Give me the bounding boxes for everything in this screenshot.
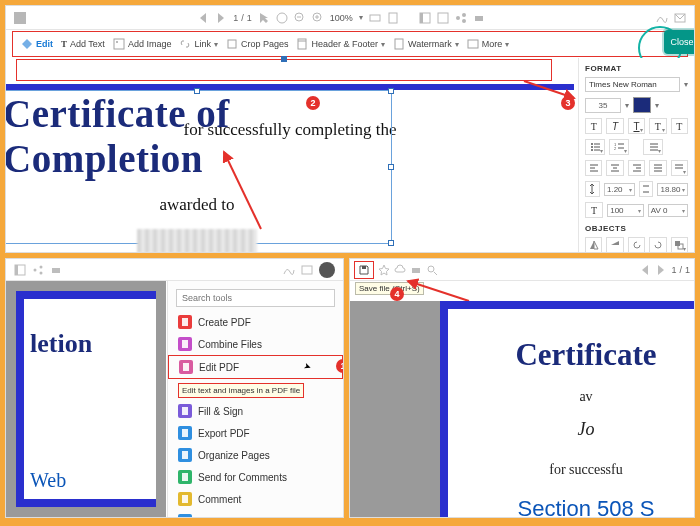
tool-item-fill-sign[interactable]: Fill & Sign [168, 400, 343, 422]
crop-pages-button[interactable]: Crop Pages [226, 38, 289, 50]
print-icon[interactable] [50, 264, 62, 276]
avatar[interactable] [319, 262, 335, 278]
edit-pdf-tooltip: Edit text and images in a PDF file [178, 383, 304, 398]
underline-button[interactable]: T [628, 118, 645, 134]
home-icon[interactable] [14, 12, 26, 24]
pdf-page-p3[interactable]: Certificate av Jo for successfu Section … [440, 301, 694, 517]
zoom-in-icon[interactable] [312, 12, 324, 24]
text-color-button[interactable]: T [649, 118, 666, 134]
edit-button[interactable]: Edit [21, 38, 53, 50]
rotate-cw-button[interactable] [649, 237, 666, 253]
awarded-to-text[interactable]: awarded to [5, 195, 391, 215]
mail-icon[interactable] [674, 12, 686, 24]
share-icon[interactable] [32, 264, 44, 276]
handle-nw[interactable] [5, 88, 6, 94]
prev-page-icon[interactable] [639, 264, 651, 276]
font-size-select[interactable]: 35 [585, 98, 621, 113]
tool-item-export-pdf[interactable]: Export PDF [168, 422, 343, 444]
handle-e[interactable] [388, 164, 394, 170]
save-button[interactable]: Save file (Ctrl+S) [354, 261, 374, 279]
sign-icon[interactable] [283, 264, 295, 276]
svg-marker-63 [594, 241, 598, 249]
search-tools-input[interactable] [176, 289, 335, 307]
align-left-button[interactable] [585, 160, 602, 176]
tool-icon [178, 492, 192, 506]
pdf-page[interactable]: 2 Certificate of Completion awarded to f… [6, 90, 574, 252]
fitwidth-icon[interactable] [369, 12, 381, 24]
section-text-p3: Section 508 S [478, 496, 694, 518]
readmode-icon[interactable] [437, 12, 449, 24]
star-icon[interactable] [378, 264, 390, 276]
tool-item-send-for-comments[interactable]: Send for Comments [168, 466, 343, 488]
hand-icon[interactable] [276, 12, 288, 24]
italic-button[interactable]: T [606, 118, 623, 134]
panel-icon[interactable] [14, 264, 26, 276]
next-page-icon[interactable] [215, 12, 227, 24]
panel-left-icon[interactable] [419, 12, 431, 24]
certificate-title[interactable]: Certificate of Completion [5, 91, 391, 181]
awarded-p3: av [478, 389, 694, 405]
add-image-button[interactable]: Add Image [113, 38, 172, 50]
recipient-name-redacted [137, 229, 257, 253]
handle-n[interactable] [194, 88, 200, 94]
handle-sw[interactable] [5, 240, 6, 246]
sign-icon[interactable] [656, 12, 668, 24]
align-more-button[interactable] [671, 160, 688, 176]
color-swatch[interactable] [633, 97, 651, 113]
zoom-percent[interactable]: 100% [330, 13, 353, 23]
handle-se[interactable] [388, 240, 394, 246]
align-right-button[interactable] [628, 160, 645, 176]
callout-marker-1: 1 [336, 359, 344, 373]
save-icon [358, 264, 370, 276]
bold-button[interactable]: T [585, 118, 602, 134]
rotate-ccw-button[interactable] [628, 237, 645, 253]
arrange-button[interactable] [671, 237, 688, 253]
highlight-button[interactable]: T [671, 118, 688, 134]
tool-item-scan-ocr[interactable]: Scan & OCR [168, 510, 343, 518]
text-selection-box[interactable]: Certificate of Completion awarded to [5, 90, 392, 244]
print-icon[interactable] [410, 264, 422, 276]
fitpage-icon[interactable] [387, 12, 399, 24]
tool-item-edit-pdf[interactable]: Edit PDF1➤ [168, 355, 343, 379]
pointer-icon[interactable] [258, 12, 270, 24]
share-icon[interactable] [455, 12, 467, 24]
font-family-select[interactable]: Times New Roman [585, 77, 680, 92]
align-center-button[interactable] [606, 160, 623, 176]
handle-ne[interactable] [388, 88, 394, 94]
flip-h-button[interactable] [585, 237, 602, 253]
pdf-page-p2[interactable]: letion Web [16, 291, 156, 507]
watermark-button[interactable]: Watermark▾ [393, 38, 459, 50]
align-justify-button[interactable] [649, 160, 666, 176]
tool-item-organize-pages[interactable]: Organize Pages [168, 444, 343, 466]
more-button[interactable]: More▾ [467, 38, 510, 50]
hscale-input[interactable]: 100▾ [607, 204, 644, 217]
svg-rect-74 [52, 268, 60, 273]
cloud-icon[interactable] [394, 264, 406, 276]
kerning-input[interactable]: AV 0▾ [648, 204, 688, 217]
tool-item-create-pdf[interactable]: Create PDF [168, 311, 343, 333]
next-page-icon[interactable] [655, 264, 667, 276]
toolbar-p3: Save file (Ctrl+S) 1/1 [350, 259, 694, 281]
number-list-button[interactable]: 12 [609, 139, 629, 155]
close-editing-button[interactable]: Close [664, 30, 695, 54]
rotate-handle[interactable] [281, 56, 287, 62]
tool-item-combine-files[interactable]: Combine Files [168, 333, 343, 355]
line-spacing-button[interactable] [643, 139, 663, 155]
tool-item-comment[interactable]: Comment [168, 488, 343, 510]
zoom-out-icon[interactable] [294, 12, 306, 24]
flip-v-button[interactable] [606, 237, 623, 253]
svg-point-89 [428, 266, 434, 272]
search-icon[interactable] [426, 264, 438, 276]
zoom-chevron-icon[interactable]: ▾ [359, 13, 363, 22]
link-button[interactable]: Link▾ [179, 38, 218, 50]
header-footer-button[interactable]: Header & Footer▾ [296, 38, 385, 50]
prev-page-icon[interactable] [197, 12, 209, 24]
tool-label: Combine Files [198, 339, 262, 350]
char-spacing-input[interactable]: 1.20▾ [604, 183, 635, 196]
mail-icon[interactable] [301, 264, 313, 276]
line-height-input[interactable]: 18.80▾ [657, 183, 688, 196]
print-icon[interactable] [473, 12, 485, 24]
svg-point-15 [456, 16, 460, 20]
bullet-list-button[interactable] [585, 139, 605, 155]
add-text-button[interactable]: TAdd Text [61, 39, 105, 49]
